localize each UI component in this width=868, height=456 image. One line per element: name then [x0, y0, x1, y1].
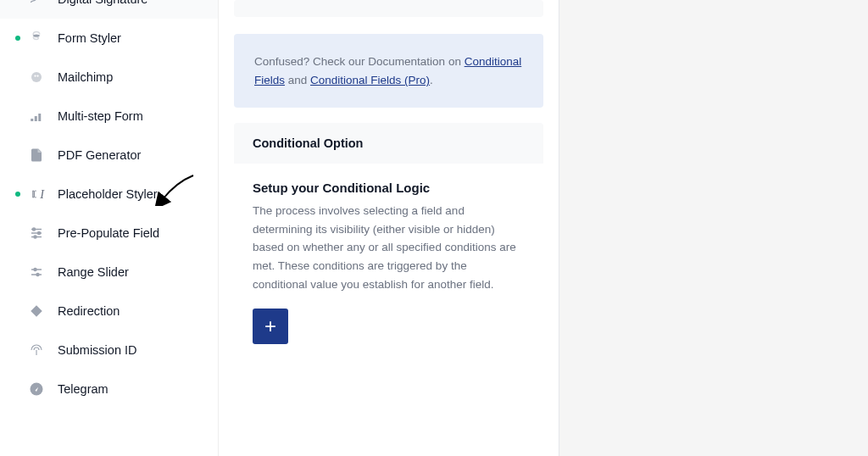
- sidebar-item-label: PDF Generator: [58, 148, 141, 162]
- sidebar-item-label: Placeholder Styler: [58, 187, 158, 201]
- svg-point-11: [36, 274, 39, 276]
- adjust-icon: [29, 264, 44, 280]
- notice-suffix: .: [430, 74, 433, 86]
- telegram-icon: [29, 381, 44, 397]
- svg-point-7: [33, 228, 36, 231]
- sidebar-item-form-styler[interactable]: Form Styler: [0, 19, 218, 58]
- sidebar-item-label: Pre-Populate Field: [58, 226, 159, 240]
- svg-point-10: [34, 269, 36, 271]
- notice-prefix: Confused? Check our Documentation on: [254, 55, 465, 68]
- fingerprint-icon: [29, 342, 44, 358]
- signature-icon: [29, 0, 44, 7]
- documentation-notice: Confused? Check our Documentation on Con…: [234, 34, 543, 108]
- svg-rect-5: [35, 116, 37, 121]
- sidebar-item-label: Telegram: [58, 382, 108, 396]
- sidebar-item-label: Mailchimp: [58, 70, 113, 84]
- sidebar-item-redirection[interactable]: Redirection: [0, 292, 218, 331]
- pdf-icon: [29, 147, 44, 163]
- sidebar-item-label: Form Styler: [58, 31, 121, 45]
- link-conditional-fields-pro[interactable]: Conditional Fields (Pro): [310, 74, 430, 86]
- section-header: Conditional Option: [234, 123, 543, 164]
- sidebar-item-label: Submission ID: [58, 343, 136, 357]
- sidebar-item-label: Multi-step Form: [58, 109, 143, 123]
- right-gutter: [559, 0, 869, 456]
- sidebar-item-multi-step-form[interactable]: Multi-step Form: [0, 97, 218, 136]
- svg-point-8: [38, 232, 41, 235]
- active-dot-icon: [15, 36, 20, 41]
- active-dot-icon: [15, 192, 20, 197]
- sidebar-item-range-slider[interactable]: Range Slider: [0, 253, 218, 292]
- add-condition-button[interactable]: +: [253, 309, 288, 344]
- form-styler-icon: [29, 31, 44, 46]
- mailchimp-icon: [29, 70, 44, 85]
- svg-point-2: [34, 75, 36, 76]
- sidebar: Digital Signature Form Styler Mailchimp …: [0, 0, 219, 456]
- sidebar-item-placeholder-styler[interactable]: I Placeholder Styler: [0, 175, 218, 214]
- conditional-option-section: Conditional Option Setup your Conditiona…: [234, 123, 543, 361]
- sidebar-item-telegram[interactable]: Telegram: [0, 370, 218, 409]
- plus-icon: +: [264, 314, 276, 338]
- sidebar-item-label: Range Slider: [58, 265, 129, 279]
- diamond-icon: [29, 303, 44, 319]
- svg-point-0: [33, 35, 40, 37]
- sidebar-item-mailchimp[interactable]: Mailchimp: [0, 58, 218, 97]
- svg-point-3: [36, 75, 38, 76]
- sidebar-item-digital-signature[interactable]: Digital Signature: [0, 0, 218, 19]
- sidebar-item-label: Digital Signature: [58, 0, 147, 6]
- notice-middle: and: [285, 74, 310, 86]
- section-title: Setup your Conditional Logic: [253, 181, 525, 195]
- svg-point-9: [34, 236, 36, 238]
- sidebar-item-submission-id[interactable]: Submission ID: [0, 331, 218, 370]
- sliders-icon: [29, 225, 44, 241]
- collapsed-panel: [234, 0, 543, 17]
- svg-point-1: [31, 72, 42, 82]
- sidebar-item-pre-populate-field[interactable]: Pre-Populate Field: [0, 214, 218, 253]
- sidebar-item-label: Redirection: [58, 304, 120, 318]
- main-content: Confused? Check our Documentation on Con…: [219, 0, 559, 456]
- section-description: The process involves selecting a field a…: [253, 202, 525, 293]
- sidebar-item-pdf-generator[interactable]: PDF Generator: [0, 136, 218, 175]
- svg-rect-6: [38, 114, 41, 121]
- svg-rect-4: [31, 119, 33, 121]
- steps-icon: [29, 108, 44, 124]
- cursor-icon: I: [29, 186, 44, 202]
